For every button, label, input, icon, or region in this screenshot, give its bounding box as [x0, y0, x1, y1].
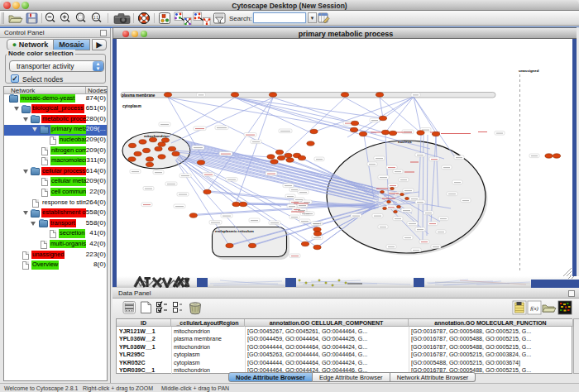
svg-text:unassigned: unassigned	[519, 69, 539, 73]
svg-text:cytoplasm: cytoplasm	[122, 104, 141, 108]
svg-text:mitochondrion: mitochondrion	[144, 134, 170, 138]
svg-text:f(x): f(x)	[530, 305, 538, 312]
svg-text:1:1: 1:1	[93, 16, 99, 20]
svg-text:plasma membrane: plasma membrane	[122, 93, 156, 98]
